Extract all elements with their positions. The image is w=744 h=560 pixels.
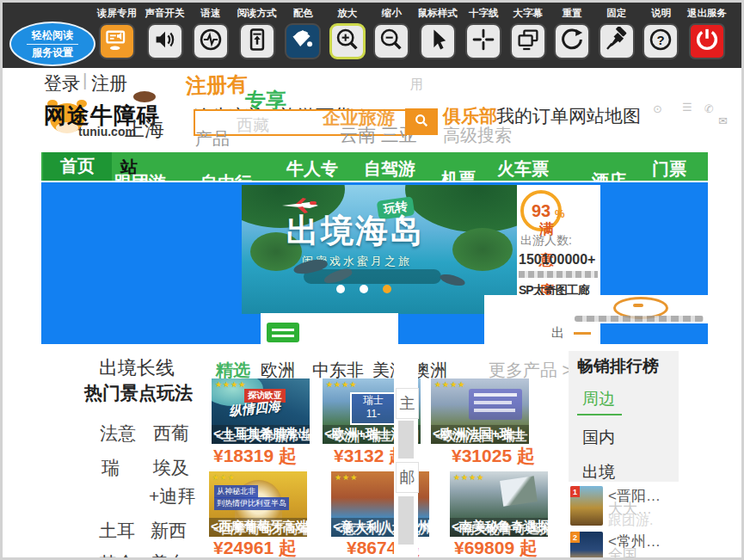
list-item-1-thumbnail[interactable]: 1 [570,486,603,526]
reading-mode-label[interactable]: 阅读方式 [237,7,277,20]
exit-service-button[interactable] [689,23,725,59]
toolbar-item-speech-rate: 语速 [193,7,229,59]
crosshair-button[interactable] [465,23,501,59]
zoom-in-button[interactable] [329,23,366,59]
product-card-4[interactable]: ★★★ 从神秘北非 到热情伊比利亚半岛 <西摩葡萄牙高端 <西摩葡萄牙高端 [209,471,307,537]
nav-train-ticket[interactable]: 火车票 [497,157,549,181]
dolphin-icon-3 [439,272,466,287]
stats-garble-line [519,271,598,278]
reset-label[interactable]: 重置 [563,7,582,20]
register-link[interactable]: 注册 [91,71,127,95]
cursor-style-button[interactable] [420,23,456,59]
link-us-east[interactable]: 美东 [151,551,187,560]
app-window: 轻松阅读 服务设置 读屏专用 声音开关 语速 [0,0,744,560]
big-subtitle-button[interactable] [510,23,546,59]
carousel-dot-2[interactable] [360,285,368,293]
travelers-label: 出游人数: [520,233,572,249]
travelers-value: 150100000+ [519,252,595,268]
card3-title-ghost: <欧洲法国+瑞士 [435,428,528,444]
nav-my-orders[interactable]: 我的订单 [496,104,569,128]
overlay-scrollbar-1[interactable] [398,421,414,458]
service-settings-badge[interactable]: 轻松阅读 服务设置 [9,22,95,66]
link-france-italy[interactable]: 法意 [100,422,136,446]
pin-button[interactable] [599,23,635,59]
cursor-icon [425,27,451,56]
phone-icon[interactable]: ✆ [704,102,714,115]
nav-self-drive[interactable]: 自驾游 [364,157,415,181]
help-label[interactable]: 说明 [651,7,671,20]
reset-button[interactable] [554,23,590,59]
carousel-dot-1[interactable] [336,285,345,293]
toolbar-item-cursor-style: 鼠标样式 [418,7,458,59]
cursor-style-label[interactable]: 鼠标样式 [418,7,458,20]
sidebar-tab-domestic[interactable]: 国内 [582,427,615,449]
card2-sign-line1: 瑞士 [363,394,384,406]
speech-rate-label[interactable]: 语速 [201,7,221,20]
search-button[interactable] [405,108,438,135]
power-icon [694,27,720,56]
link-dubai[interactable]: +迪拜 [149,484,195,508]
exit-label[interactable]: 退出服务 [687,7,727,20]
card3-info-line1 [474,393,517,397]
bestseller-list: 1 <晋阳… 大大… 跟团游. 2 <常州… 全国… 自驾游 [569,482,679,560]
section-subtitle: 热门景点玩法 [84,381,193,405]
color-scheme-label[interactable]: 配色 [293,7,313,20]
zoom-in-icon [335,27,360,56]
badge-line1: 轻松阅读 [27,28,78,45]
crosshair-label[interactable]: 十字线 [469,7,499,20]
nav-sitemap[interactable]: 网站地图 [569,104,641,128]
sound-button[interactable] [147,23,183,59]
speech-rate-button[interactable] [193,23,229,59]
link-spain-portugal[interactable]: 西葡 [153,422,189,446]
login-divider: | [83,70,87,90]
nav-entrance-ticket[interactable]: 门票 [652,157,686,181]
hamburger-menu-icon[interactable] [267,323,299,342]
badge-line2: 服务设置 [32,45,73,60]
sidebar-tab-nearby[interactable]: 周边 [582,388,615,410]
zoom-out-button[interactable] [373,23,409,59]
speech-rate-icon [198,27,224,56]
zoom-in-label[interactable]: 放大 [337,7,357,20]
banner-menu-box [261,313,398,346]
overlay-char-main: 主 [396,388,419,419]
toolbar-item-crosshair: 十字线 [465,7,501,59]
mail-icon[interactable]: ✉ [718,114,728,127]
screen-reader-button[interactable] [99,23,135,59]
color-scheme-button[interactable] [285,23,321,59]
banner-carousel-image[interactable]: 玩转 出境海岛 闺蜜戏水蜜月之旅 [242,185,517,314]
product-card-3[interactable]: ★★★★ <欧洲法国+瑞士 <欧洲法国+瑞士 [431,378,529,444]
list-icon[interactable]: ☰ [682,101,692,114]
paint-bucket-icon [290,27,316,56]
toolbar-items: 读屏专用 声音开关 语速 阅读方式 [97,7,727,59]
list-item-2-thumbnail[interactable]: 2 [570,532,603,560]
overlay-scrollbar-2[interactable] [398,496,414,545]
product-card-6[interactable]: ★★★★ <南美秘鲁奇遇探 <南美秘鲁奇遇探 [450,471,548,537]
reading-mode-button[interactable] [239,23,275,59]
pin-label[interactable]: 固定 [606,7,626,20]
link-egypt[interactable]: 埃及 [153,456,189,480]
camera-icon[interactable]: ⊙ [653,102,662,115]
sound-label[interactable]: 声音开关 [145,7,185,20]
list-item-2-ghost1: 全国… [608,545,652,560]
product-card-1[interactable]: ★★★★ 探访欧亚 纵情四海 <土耳其希腊常出 <土耳其希腊常出 [212,378,310,444]
help-button[interactable]: ? [643,23,679,59]
banner-island-right [452,228,513,271]
link-turkey[interactable]: 土耳 [99,519,135,543]
city-selector[interactable]: 上海 [125,116,164,143]
screen-reader-label[interactable]: 读屏专用 [97,7,137,20]
card4-title-ghost: <西摩葡萄牙高端 [213,521,307,537]
carousel-dot-active[interactable] [383,285,391,293]
nav-expert[interactable]: 牛人专 [286,157,338,181]
big-subtitle-label[interactable]: 大字幕 [513,7,544,20]
card4-line1: 从神秘北非 [214,485,258,498]
nav-enterprise-travel[interactable]: 企业旅游 [323,106,395,130]
link-switzerland[interactable]: 瑞 [101,456,120,480]
noise-char: 用 [410,77,423,93]
link-newzealand[interactable]: 新西 [151,519,187,543]
login-link[interactable]: 登录 [44,71,80,95]
nav-home[interactable]: 首页 [43,152,112,181]
zoom-out-label[interactable]: 缩小 [382,7,402,20]
link-others[interactable]: 其余 [99,551,135,560]
sidebar-tab-outbound[interactable]: 出境 [582,461,615,483]
toolbar-item-help: 说明 ? [643,7,679,59]
